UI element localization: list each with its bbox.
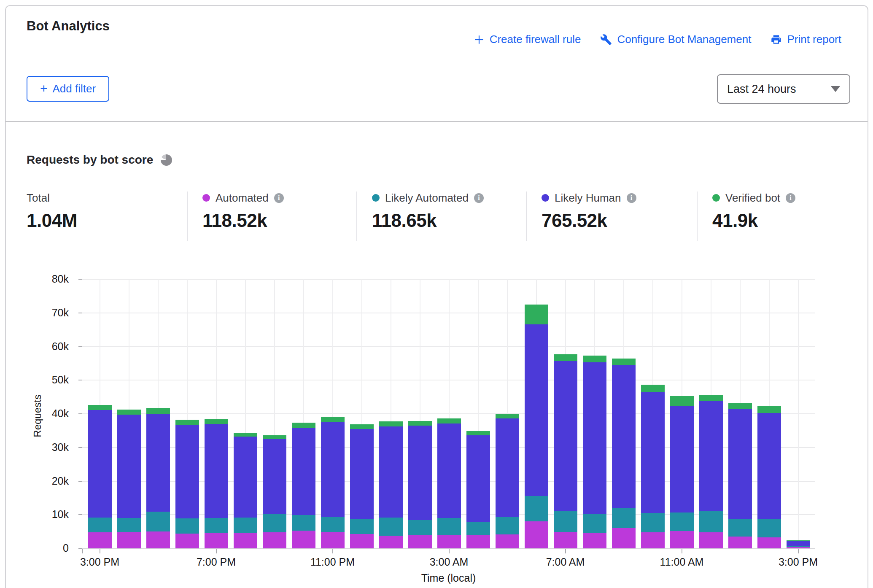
- likely-automated-legend-dot: [372, 194, 380, 202]
- bar-segment-verified-bot: [292, 423, 315, 428]
- bar-7-00-pm[interactable]: [205, 419, 228, 548]
- header-divider: [5, 121, 868, 122]
- bar-segment-automated: [117, 532, 141, 548]
- create-firewall-rule-link[interactable]: Create firewall rule: [474, 33, 581, 46]
- bar-segment-likely-automated: [379, 518, 403, 535]
- bar-segment-verified-bot: [583, 356, 606, 362]
- bar-segment-likely-human: [205, 424, 228, 518]
- configure-bot-management-link[interactable]: Configure Bot Management: [600, 33, 751, 46]
- bar-segment-automated: [612, 528, 636, 548]
- bar-segment-likely-human: [525, 324, 548, 496]
- bar-segment-likely-human: [583, 362, 606, 514]
- bar-segment-likely-automated: [88, 518, 112, 532]
- bar-segment-likely-automated: [525, 496, 548, 521]
- bar-segment-likely-automated: [117, 518, 141, 532]
- bar-segment-likely-human: [699, 401, 723, 511]
- bar-9-00-pm[interactable]: [263, 435, 286, 548]
- info-icon[interactable]: i: [474, 193, 484, 203]
- bar-3-00-am[interactable]: [437, 418, 461, 548]
- create-firewall-rule-label: Create firewall rule: [490, 33, 581, 46]
- bar-segment-likely-automated: [437, 518, 461, 535]
- automated-legend-dot: [202, 194, 210, 202]
- bar-segment-verified-bot: [437, 418, 461, 423]
- bar-segment-automated: [787, 547, 810, 548]
- section-title: Requests by bot score: [27, 153, 153, 167]
- stat-verified-bot-label: Verified bot: [725, 192, 780, 205]
- bar-5-00-pm[interactable]: [146, 408, 170, 548]
- time-range-dropdown[interactable]: Last 24 hours: [717, 74, 850, 104]
- bar-segment-likely-automated: [641, 513, 665, 532]
- bar-segment-likely-human: [117, 415, 141, 518]
- bar-segment-automated: [670, 531, 694, 548]
- bar-12-00-pm[interactable]: [699, 395, 723, 548]
- bar-1-00-am[interactable]: [379, 421, 403, 548]
- bar-segment-likely-automated: [205, 518, 228, 533]
- bar-segment-automated: [408, 535, 432, 548]
- bar-12-00-am[interactable]: [350, 424, 374, 548]
- bar-segment-verified-bot: [612, 359, 636, 365]
- plus-icon: [474, 34, 485, 45]
- print-report-label: Print report: [787, 33, 841, 46]
- bar-segment-verified-bot: [641, 385, 665, 392]
- bar-segment-likely-human: [350, 429, 374, 519]
- bar-segment-automated: [728, 537, 752, 548]
- bar-10-00-pm[interactable]: [292, 423, 315, 548]
- bar-segment-verified-bot: [670, 396, 694, 406]
- bar-1-00-pm[interactable]: [728, 403, 752, 548]
- bar-segment-verified-bot: [757, 406, 781, 413]
- bar-3-00-pm[interactable]: [88, 405, 112, 548]
- bar-segment-verified-bot: [466, 431, 490, 435]
- bar-segment-automated: [350, 534, 374, 548]
- info-icon[interactable]: i: [786, 193, 795, 203]
- info-icon[interactable]: i: [627, 193, 636, 203]
- bar-segment-automated: [379, 536, 403, 548]
- bar-11-00-am[interactable]: [670, 396, 694, 548]
- bar-segment-likely-automated: [670, 512, 694, 531]
- bar-3-00-pm[interactable]: [787, 540, 810, 548]
- bar-segment-automated: [146, 531, 170, 548]
- bar-4-00-pm[interactable]: [117, 410, 141, 548]
- bar-6-00-pm[interactable]: [175, 420, 199, 548]
- bar-2-00-am[interactable]: [408, 421, 432, 548]
- bar-7-00-am[interactable]: [554, 354, 577, 548]
- stat-likely-automated-label: Likely Automated: [385, 192, 469, 205]
- info-icon[interactable]: i: [274, 193, 284, 203]
- bar-11-00-pm[interactable]: [321, 417, 345, 548]
- bar-segment-verified-bot: [496, 414, 519, 418]
- bar-segment-automated: [437, 535, 461, 548]
- bar-segment-likely-automated: [466, 522, 490, 535]
- bar-5-00-am[interactable]: [496, 414, 519, 548]
- configure-bot-management-label: Configure Bot Management: [617, 33, 751, 46]
- time-range-value: Last 24 hours: [727, 83, 831, 96]
- stat-total-value: 1.04M: [27, 210, 77, 231]
- stat-likely-human: Likely Human i 765.52k: [542, 191, 636, 231]
- add-filter-button[interactable]: + Add filter: [27, 76, 109, 102]
- bar-9-00-am[interactable]: [612, 359, 636, 548]
- bar-segment-likely-human: [437, 423, 461, 518]
- bar-segment-verified-bot: [88, 405, 112, 410]
- bar-segment-likely-human: [379, 426, 403, 518]
- stat-verified-bot: Verified bot i 41.9k: [712, 191, 795, 231]
- stats-row: Total 1.04M Automated i 118.52k Likely A…: [0, 191, 873, 243]
- bar-segment-likely-automated: [146, 512, 170, 531]
- bar-segment-automated: [292, 531, 315, 548]
- bar-6-00-am[interactable]: [525, 305, 548, 548]
- bar-segment-likely-human: [612, 365, 636, 508]
- stat-likely-human-value: 765.52k: [542, 210, 636, 231]
- bar-segment-automated: [641, 532, 665, 548]
- bar-segment-likely-human: [292, 428, 315, 515]
- bar-segment-likely-automated: [612, 508, 636, 528]
- stat-total-label: Total: [27, 192, 50, 205]
- print-report-link[interactable]: Print report: [771, 33, 841, 46]
- bar-10-00-am[interactable]: [641, 385, 665, 548]
- bar-8-00-am[interactable]: [583, 356, 606, 548]
- bar-segment-likely-human: [175, 425, 199, 518]
- bar-8-00-pm[interactable]: [234, 433, 257, 548]
- bar-2-00-pm[interactable]: [757, 406, 781, 548]
- bar-segment-verified-bot: [554, 354, 577, 361]
- bar-segment-automated: [88, 532, 112, 548]
- section-title-row: Requests by bot score: [27, 153, 172, 167]
- stat-verified-bot-value: 41.9k: [712, 210, 795, 231]
- bar-segment-likely-human: [728, 409, 752, 519]
- bar-4-00-am[interactable]: [466, 431, 490, 548]
